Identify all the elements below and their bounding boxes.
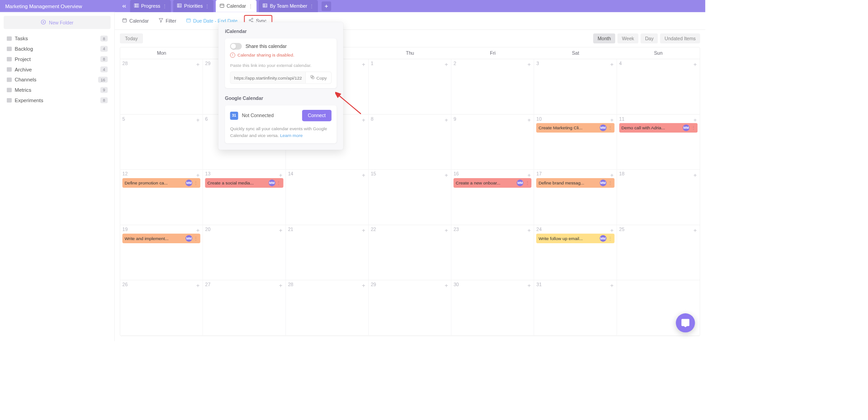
view-week-button[interactable]: Week [617,33,638,43]
sidebar-item-archive[interactable]: Archive4 [4,64,110,75]
copy-button[interactable]: Copy [305,72,331,83]
view-undated-items-button[interactable]: Undated Items [660,33,700,43]
day-cell[interactable]: 13+Create a social media...MM⋮ [203,170,286,225]
tab-menu-icon[interactable]: ⋮ [162,4,167,9]
day-cell[interactable]: 24+Write follow up email...MM⋮ [534,225,617,280]
day-cell[interactable]: 31+ [534,280,617,335]
day-cell[interactable]: 17+Define brand messag...MM⋮ [534,170,617,225]
day-cell[interactable]: 30+ [451,280,534,335]
sidebar-item-tasks[interactable]: Tasks8 [4,33,110,44]
add-event-icon[interactable]: + [362,117,365,123]
day-cell[interactable]: 16+Create a new onboar...MM⋮ [451,170,534,225]
day-cell[interactable]: 29+ [369,280,451,335]
add-event-icon[interactable]: + [279,227,283,234]
day-cell[interactable]: 28+ [120,59,203,114]
add-event-icon[interactable]: + [445,117,448,123]
add-event-icon[interactable]: + [362,61,365,68]
tab-calendar[interactable]: Calendar⋮ [216,0,257,12]
day-cell[interactable]: 18+ [617,170,700,225]
sidebar-item-project[interactable]: Project8 [4,54,110,64]
day-cell[interactable]: 12+Define promotion ca...MM⋮ [120,170,203,225]
add-event-icon[interactable]: + [196,283,200,289]
add-event-icon[interactable]: + [196,61,200,68]
day-cell[interactable]: 8+ [369,114,451,170]
day-cell[interactable]: 1+ [369,59,451,114]
day-cell[interactable]: 9+ [451,114,534,170]
add-event-icon[interactable]: + [610,61,614,68]
day-cell[interactable]: 4+ [617,59,700,114]
view-month-button[interactable]: Month [593,33,616,43]
add-event-icon[interactable]: + [279,283,283,289]
event-menu-icon[interactable]: ⋮ [608,180,612,185]
day-cell[interactable]: 28+ [286,280,369,335]
calendar-event[interactable]: Write and implement...MM⋮ [123,234,200,243]
day-cell[interactable]: 22+ [369,225,451,280]
day-cell[interactable]: 20+ [203,225,286,280]
tab-priorities[interactable]: Priorities⋮ [173,0,213,12]
add-event-icon[interactable]: + [279,172,283,179]
add-event-icon[interactable]: + [445,61,448,68]
new-folder-button[interactable]: New Folder [4,16,110,29]
day-cell[interactable]: 5+ [120,114,203,170]
add-event-icon[interactable]: + [693,117,697,123]
add-event-icon[interactable]: + [445,172,448,179]
day-cell[interactable]: 25+ [617,225,700,280]
day-cell[interactable]: 11+Demo call with Adria...MM⋮ [617,114,700,170]
add-event-icon[interactable]: + [527,117,531,123]
day-cell[interactable]: 15+ [369,170,451,225]
event-menu-icon[interactable]: ⋮ [194,236,198,241]
view-day-button[interactable]: Day [640,33,658,43]
day-cell[interactable]: 19+Write and implement...MM⋮ [120,225,203,280]
calendar-event[interactable]: Create a new onboar...MM⋮ [454,178,531,188]
calendar-event[interactable]: Define promotion ca...MM⋮ [123,178,200,188]
day-cell[interactable]: 21+ [286,225,369,280]
day-cell[interactable]: 3+ [534,59,617,114]
tab-menu-icon[interactable]: ⋮ [248,4,253,9]
add-event-icon[interactable]: + [362,283,365,289]
sidebar-item-experiments[interactable]: Experiments8 [4,95,110,105]
add-event-icon[interactable]: + [527,172,531,179]
day-cell[interactable]: 2+ [451,59,534,114]
calendar-event[interactable]: Write follow up email...MM⋮ [536,234,614,243]
share-toggle[interactable] [230,43,242,50]
collapse-sidebar-icon[interactable] [121,3,127,9]
calendar-event[interactable]: Create Marketing Cli...MM⋮ [536,123,614,132]
add-event-icon[interactable]: + [196,172,200,179]
learn-more-link[interactable]: Learn more [280,133,303,138]
event-menu-icon[interactable]: ⋮ [608,236,612,241]
add-event-icon[interactable]: + [610,117,614,123]
add-event-icon[interactable]: + [693,61,697,68]
calendar-view-button[interactable]: Calendar [119,15,152,26]
add-event-icon[interactable]: + [527,61,531,68]
sidebar-item-metrics[interactable]: Metrics9 [4,85,110,95]
add-event-icon[interactable]: + [196,227,200,234]
tab-by-team-member[interactable]: By Team Member⋮ [259,0,318,12]
add-event-icon[interactable]: + [610,172,614,179]
chat-bubble-button[interactable] [676,313,695,332]
sidebar-item-backlog[interactable]: Backlog4 [4,44,110,54]
add-event-icon[interactable]: + [196,117,200,123]
add-event-icon[interactable]: + [610,227,614,234]
add-event-icon[interactable]: + [362,227,365,234]
event-menu-icon[interactable]: ⋮ [608,125,612,130]
tab-menu-icon[interactable]: ⋮ [205,4,210,9]
add-event-icon[interactable]: + [527,227,531,234]
tab-menu-icon[interactable]: ⋮ [309,4,314,9]
calendar-event[interactable]: Define brand messag...MM⋮ [536,178,614,188]
today-button[interactable]: Today [120,33,143,43]
day-cell[interactable]: 23+ [451,225,534,280]
add-event-icon[interactable]: + [445,227,448,234]
day-cell[interactable]: 14+ [286,170,369,225]
add-event-icon[interactable]: + [362,172,365,179]
add-event-icon[interactable]: + [527,283,531,289]
add-tab-button[interactable] [322,1,331,11]
calendar-event[interactable]: Create a social media...MM⋮ [205,178,283,188]
event-menu-icon[interactable]: ⋮ [276,180,281,185]
add-event-icon[interactable]: + [693,227,697,234]
filter-button[interactable]: Filter [155,15,179,26]
day-cell[interactable]: 26+ [120,280,203,335]
add-event-icon[interactable]: + [445,283,448,289]
share-link-input[interactable] [230,72,305,83]
sidebar-item-channels[interactable]: Channels16 [4,75,110,85]
event-menu-icon[interactable]: ⋮ [691,125,696,130]
